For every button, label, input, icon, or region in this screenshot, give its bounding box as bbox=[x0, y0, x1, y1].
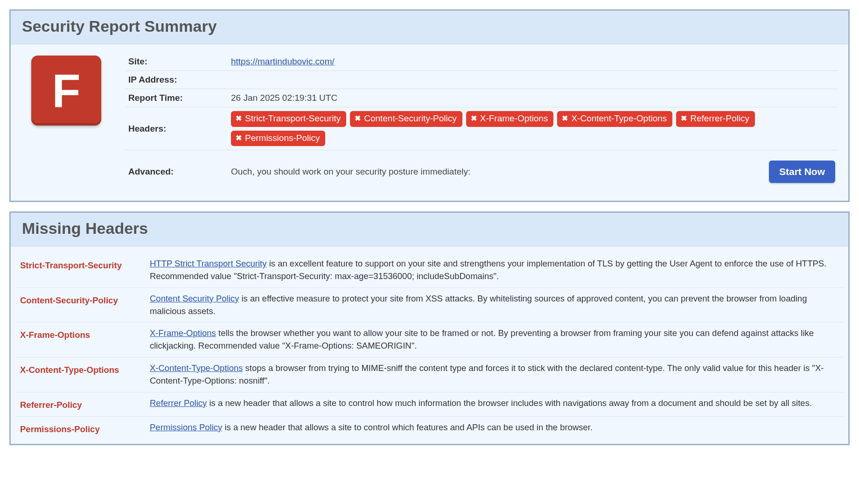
header-pill-label: X-Frame-Options bbox=[480, 112, 548, 125]
row-advanced: Advanced: Ouch, you should work on your … bbox=[126, 150, 838, 189]
grade-wrap: F bbox=[21, 53, 112, 189]
header-pill[interactable]: ✖Strict-Transport-Security bbox=[231, 111, 346, 127]
missing-header-link[interactable]: Content Security Policy bbox=[150, 294, 239, 303]
x-icon: ✖ bbox=[236, 113, 242, 124]
missing-header-description: Content Security Policy is an effective … bbox=[146, 287, 844, 322]
missing-panel-header: Missing Headers bbox=[11, 213, 848, 246]
missing-header-row: Strict-Transport-SecurityHTTP Strict Tra… bbox=[15, 253, 844, 287]
start-now-button[interactable]: Start Now bbox=[769, 161, 835, 183]
missing-header-text: is a new header that allows a site to co… bbox=[222, 422, 593, 432]
missing-headers-table: Strict-Transport-SecurityHTTP Strict Tra… bbox=[15, 253, 844, 440]
header-pill-label: Content-Security-Policy bbox=[364, 112, 457, 125]
label-report-time: Report Time: bbox=[126, 89, 228, 107]
x-icon: ✖ bbox=[562, 113, 568, 124]
label-ip: IP Address: bbox=[126, 71, 228, 89]
missing-header-link[interactable]: HTTP Strict Transport Security bbox=[150, 259, 267, 268]
summary-title: Security Report Summary bbox=[22, 17, 837, 35]
row-headers: Headers: ✖Strict-Transport-Security✖Cont… bbox=[126, 107, 838, 150]
missing-header-name: Permissions-Policy bbox=[15, 416, 146, 440]
grade-letter: F bbox=[52, 67, 80, 114]
missing-header-description: Permissions Policy is a new header that … bbox=[146, 416, 844, 440]
missing-header-description: Referrer Policy is a new header that all… bbox=[146, 392, 844, 416]
label-site: Site: bbox=[126, 53, 228, 71]
header-pill[interactable]: ✖Permissions-Policy bbox=[231, 131, 325, 147]
summary-panel-header: Security Report Summary bbox=[11, 11, 848, 44]
value-ip bbox=[228, 71, 838, 89]
x-icon: ✖ bbox=[355, 113, 361, 124]
missing-header-description: X-Content-Type-Options stops a browser f… bbox=[146, 357, 844, 392]
value-advanced: Ouch, you should work on your security p… bbox=[228, 150, 838, 189]
missing-header-description: X-Frame-Options tells the browser whethe… bbox=[146, 322, 844, 357]
label-advanced: Advanced: bbox=[126, 150, 228, 189]
missing-panel-body: Strict-Transport-SecurityHTTP Strict Tra… bbox=[11, 246, 848, 444]
header-pill-label: X-Content-Type-Options bbox=[571, 112, 667, 125]
missing-header-name: X-Content-Type-Options bbox=[15, 357, 146, 392]
missing-header-link[interactable]: Permissions Policy bbox=[150, 422, 222, 432]
x-icon: ✖ bbox=[471, 113, 477, 124]
advanced-message: Ouch, you should work on your security p… bbox=[231, 167, 470, 177]
value-site: https://martindubovic.com/ bbox=[228, 53, 838, 71]
row-report-time: Report Time: 26 Jan 2025 02:19:31 UTC bbox=[126, 89, 838, 107]
x-icon: ✖ bbox=[681, 113, 687, 124]
missing-header-text: tells the browser whether you want to al… bbox=[150, 328, 814, 350]
header-pill-label: Permissions-Policy bbox=[245, 132, 320, 145]
summary-panel-body: F Site: https://martindubovic.com/ IP Ad… bbox=[11, 44, 848, 201]
header-pill[interactable]: ✖Content-Security-Policy bbox=[350, 111, 462, 127]
missing-header-text: stops a browser from trying to MIME-snif… bbox=[150, 363, 824, 385]
missing-header-name: Strict-Transport-Security bbox=[15, 253, 146, 287]
missing-headers-panel: Missing Headers Strict-Transport-Securit… bbox=[9, 211, 850, 445]
summary-table: Site: https://martindubovic.com/ IP Addr… bbox=[126, 53, 838, 189]
value-headers: ✖Strict-Transport-Security✖Content-Secur… bbox=[228, 107, 838, 150]
missing-header-row: X-Content-Type-OptionsX-Content-Type-Opt… bbox=[15, 357, 844, 392]
label-headers: Headers: bbox=[126, 107, 228, 150]
missing-header-description: HTTP Strict Transport Security is an exc… bbox=[146, 253, 844, 287]
header-pill-label: Strict-Transport-Security bbox=[245, 112, 341, 125]
header-pill[interactable]: ✖X-Frame-Options bbox=[466, 111, 554, 127]
value-report-time: 26 Jan 2025 02:19:31 UTC bbox=[228, 89, 838, 107]
missing-header-link[interactable]: X-Frame-Options bbox=[150, 328, 216, 338]
missing-header-text: is an effective measure to protect your … bbox=[150, 294, 807, 316]
missing-header-row: X-Frame-OptionsX-Frame-Options tells the… bbox=[15, 322, 844, 357]
missing-header-text: is a new header that allows a site to co… bbox=[207, 398, 812, 408]
missing-header-name: X-Frame-Options bbox=[15, 322, 146, 357]
header-pill-label: Referrer-Policy bbox=[690, 112, 749, 125]
missing-header-row: Permissions-PolicyPermissions Policy is … bbox=[15, 416, 844, 440]
missing-header-row: Referrer-PolicyReferrer Policy is a new … bbox=[15, 392, 844, 416]
missing-header-name: Content-Security-Policy bbox=[15, 287, 146, 322]
missing-header-link[interactable]: Referrer Policy bbox=[150, 398, 207, 408]
missing-header-row: Content-Security-PolicyContent Security … bbox=[15, 287, 844, 322]
header-pills: ✖Strict-Transport-Security✖Content-Secur… bbox=[231, 111, 835, 146]
site-link[interactable]: https://martindubovic.com/ bbox=[231, 56, 335, 66]
header-pill[interactable]: ✖Referrer-Policy bbox=[676, 111, 755, 127]
header-pill[interactable]: ✖X-Content-Type-Options bbox=[557, 111, 672, 127]
missing-title: Missing Headers bbox=[22, 219, 837, 238]
security-report-summary-panel: Security Report Summary F Site: https://… bbox=[9, 9, 850, 202]
x-icon: ✖ bbox=[236, 133, 242, 143]
grade-badge: F bbox=[31, 56, 101, 126]
row-ip: IP Address: bbox=[126, 71, 838, 89]
missing-header-link[interactable]: X-Content-Type-Options bbox=[150, 363, 243, 373]
missing-header-name: Referrer-Policy bbox=[15, 392, 146, 416]
row-site: Site: https://martindubovic.com/ bbox=[126, 53, 838, 71]
